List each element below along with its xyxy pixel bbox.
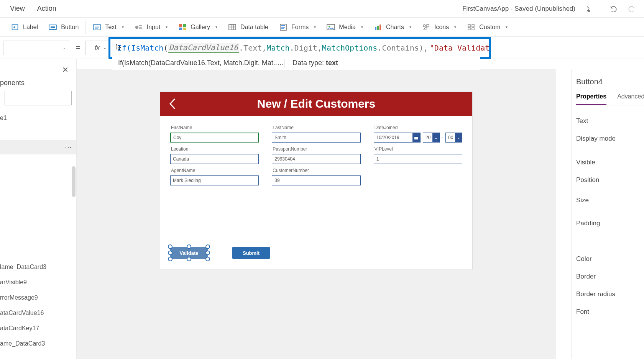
prop-row-text[interactable]: Text <box>576 112 644 130</box>
select-minute[interactable]: 00⌄ <box>445 133 462 143</box>
selection-handle[interactable] <box>205 257 210 261</box>
svg-rect-36 <box>468 28 470 30</box>
formula-token: .Text, <box>239 43 266 52</box>
tree-panel: ✕ ponents e1 lame_DataCard3 arVisible9 r… <box>0 59 77 359</box>
selection-handle[interactable] <box>168 251 172 255</box>
insert-button-button[interactable]: Button <box>48 21 79 33</box>
prop-row-padding[interactable]: Padding <box>576 212 644 235</box>
prop-row-color[interactable]: Color <box>576 250 644 268</box>
tab-advanced[interactable]: Advanced <box>617 93 644 105</box>
scrollbar[interactable] <box>72 166 76 197</box>
submit-button[interactable]: Submit <box>232 247 270 259</box>
tree-search-input[interactable] <box>5 91 72 105</box>
insert-text-button[interactable]: Text▾ <box>92 21 124 33</box>
gallery-icon <box>178 23 187 31</box>
insert-ribbon: Label Button Text▾ Input▾ Gallery▾ <box>0 18 644 37</box>
formula-token: MatchOptions <box>322 43 378 52</box>
tree-item[interactable]: lame_DataCard3 <box>0 259 76 275</box>
insert-icons-button[interactable]: Icons▾ <box>421 21 457 33</box>
svg-rect-35 <box>472 25 474 27</box>
input-lastname[interactable]: Smith <box>272 133 360 143</box>
text-icon <box>93 23 101 31</box>
validate-button[interactable]: Validate <box>170 247 208 259</box>
prop-row-size[interactable]: Size <box>576 189 644 212</box>
insert-media-label: Media <box>339 24 356 31</box>
svg-rect-14 <box>179 24 182 27</box>
prop-row-font[interactable]: Font <box>576 303 644 321</box>
insert-forms-label: Forms <box>291 24 309 31</box>
svg-rect-30 <box>377 26 379 30</box>
selection-handle[interactable] <box>168 257 172 261</box>
property-selector[interactable]: ⌄ <box>3 41 70 55</box>
menu-action[interactable]: Action <box>31 0 62 17</box>
insert-charts-button[interactable]: Charts▾ <box>373 21 412 33</box>
formula-datatype: text <box>326 59 338 67</box>
formula-datatype-label: Data type: <box>292 59 326 67</box>
prop-row-position[interactable]: Position <box>576 171 644 189</box>
chevron-down-icon: ⌄ <box>103 46 106 50</box>
tab-properties[interactable]: Properties <box>576 93 606 105</box>
app-checker-icon[interactable] <box>583 4 593 14</box>
fx-button[interactable]: fx⌄ <box>85 41 108 55</box>
selection-handle[interactable] <box>187 244 191 249</box>
selection-handle[interactable] <box>187 257 191 261</box>
undo-icon[interactable] <box>609 4 619 14</box>
input-date[interactable]: 10/20/2019 <box>374 133 421 143</box>
chevron-down-icon: ⌄ <box>63 46 66 50</box>
input-location[interactable]: Canada <box>170 154 259 164</box>
selection-handle[interactable] <box>168 244 172 249</box>
input-agent[interactable]: Mark Siedling <box>170 175 259 185</box>
forms-icon <box>279 23 288 31</box>
prop-row-visible[interactable]: Visible <box>576 154 644 171</box>
menu-view[interactable]: View <box>4 0 31 17</box>
tree-item[interactable] <box>0 125 76 140</box>
tree-item[interactable]: ame_DataCard3 <box>0 336 76 351</box>
field-passport: PassportNumber 29930404 <box>272 145 360 164</box>
tree-item[interactable]: rrorMessage9 <box>0 290 76 305</box>
tree-item[interactable]: e1 <box>0 111 76 125</box>
formula-input[interactable]: If(IsMatch(DataCardValue16.Text, Match.D… <box>108 37 491 59</box>
insert-gallery-button[interactable]: Gallery▾ <box>177 21 218 33</box>
insert-forms-button[interactable]: Forms▾ <box>278 21 317 33</box>
app-frame: New / Edit Customers FirstName Coy LastN… <box>160 92 472 269</box>
insert-charts-label: Charts <box>386 24 404 31</box>
svg-rect-34 <box>468 25 470 27</box>
svg-rect-15 <box>183 24 186 27</box>
tree-item[interactable]: ataCardKey17 <box>0 321 76 336</box>
button-icon <box>49 23 57 31</box>
prop-row-displaymode[interactable]: Display mode <box>576 130 644 148</box>
svg-rect-3 <box>51 26 55 28</box>
menubar: View Action FirstCanvasApp - Saved (Unpu… <box>0 0 644 18</box>
tree-item[interactable]: arVisible9 <box>0 275 76 290</box>
insert-button-text: Button <box>61 24 79 31</box>
back-icon[interactable] <box>168 97 176 110</box>
prop-row-borderradius[interactable]: Border radius <box>576 285 644 303</box>
svg-rect-37 <box>472 28 474 30</box>
insert-input-button[interactable]: Input▾ <box>134 21 169 33</box>
insert-custom-button[interactable]: Custom▾ <box>466 21 508 33</box>
input-vip[interactable]: 1 <box>374 154 462 164</box>
redo-icon[interactable] <box>626 4 636 14</box>
prop-row-border[interactable]: Border <box>576 268 644 285</box>
tree-item[interactable]: ataCardValue16 <box>0 305 76 321</box>
selection-handle[interactable] <box>205 251 210 255</box>
tree-item-selected[interactable] <box>0 140 76 154</box>
chevron-down-icon: ▾ <box>215 25 217 29</box>
select-hour[interactable]: 20⌄ <box>423 133 440 143</box>
input-passport[interactable]: 29930404 <box>272 154 360 164</box>
input-firstname[interactable]: Coy <box>170 133 259 143</box>
tree-heading: ponents <box>0 59 76 91</box>
chevron-down-icon: ▾ <box>166 25 168 29</box>
canvas-area[interactable]: New / Edit Customers FirstName Coy LastN… <box>77 69 556 359</box>
insert-label-button[interactable]: Label <box>10 21 39 33</box>
close-icon[interactable]: ✕ <box>62 65 69 74</box>
selection-handle[interactable] <box>205 244 210 249</box>
insert-datatable-button[interactable]: Data table <box>227 21 269 33</box>
input-customerno[interactable]: 39 <box>272 175 360 185</box>
svg-rect-18 <box>229 25 236 30</box>
properties-panel: Button4 Properties Advanced Text Display… <box>571 69 644 359</box>
insert-media-button[interactable]: Media▾ <box>326 21 364 33</box>
field-agent: AgentName Mark Siedling <box>170 166 259 185</box>
calendar-icon[interactable] <box>412 133 420 143</box>
label-passport: PassportNumber <box>273 146 360 152</box>
